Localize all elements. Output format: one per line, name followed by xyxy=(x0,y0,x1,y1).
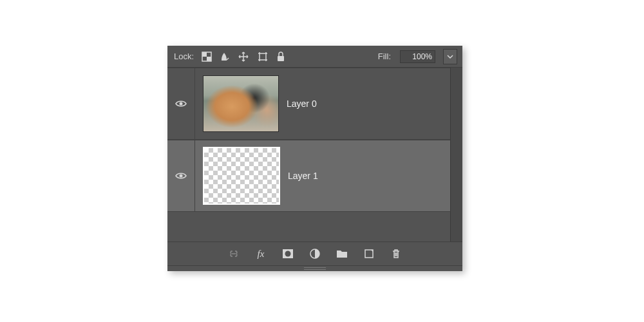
link-icon xyxy=(227,249,240,258)
visibility-icon xyxy=(175,99,187,108)
mask-icon xyxy=(282,249,294,259)
svg-rect-1 xyxy=(202,52,207,57)
svg-point-8 xyxy=(285,251,291,257)
add-mask-button[interactable] xyxy=(281,247,295,261)
layer-name[interactable]: Layer 0 xyxy=(287,99,317,109)
group-icon xyxy=(336,249,348,259)
layers-panel: Lock: Fill: xyxy=(167,46,462,271)
svg-point-6 xyxy=(180,175,183,178)
layer-actions-bar: fx xyxy=(167,242,462,265)
resize-grip[interactable] xyxy=(167,265,462,271)
transparent-pixels-lock-icon[interactable] xyxy=(202,52,212,62)
layer-list: Layer 0 Layer 1 xyxy=(167,68,462,242)
new-layer-icon xyxy=(364,249,374,259)
layer-style-button[interactable]: fx xyxy=(254,247,268,261)
chevron-down-icon xyxy=(447,53,453,60)
visibility-toggle[interactable] xyxy=(167,68,195,139)
svg-rect-10 xyxy=(365,250,373,258)
fill-label: Fill: xyxy=(378,52,391,61)
fill-dropdown[interactable] xyxy=(443,49,457,64)
delete-layer-button[interactable] xyxy=(389,247,403,261)
scrollbar[interactable] xyxy=(450,68,462,242)
group-button[interactable] xyxy=(335,247,349,261)
svg-rect-4 xyxy=(278,56,284,61)
lock-bar: Lock: Fill: xyxy=(167,46,462,68)
svg-rect-2 xyxy=(207,57,211,61)
lock-icons-group xyxy=(202,51,285,62)
layer-row[interactable]: Layer 0 xyxy=(167,68,462,140)
artboard-lock-icon[interactable] xyxy=(257,51,269,62)
new-layer-button[interactable] xyxy=(362,247,376,261)
layer-name[interactable]: Layer 1 xyxy=(288,171,318,181)
trash-icon xyxy=(392,249,401,259)
visibility-icon xyxy=(175,171,187,180)
link-layers-button[interactable] xyxy=(227,247,241,261)
layer-thumbnail[interactable] xyxy=(203,75,279,132)
fill-input[interactable] xyxy=(400,50,435,63)
lock-label: Lock: xyxy=(174,52,194,61)
svg-point-5 xyxy=(180,102,183,106)
adjustment-layer-button[interactable] xyxy=(308,247,322,261)
visibility-toggle[interactable] xyxy=(167,140,195,211)
svg-rect-3 xyxy=(260,53,266,60)
adjustment-icon xyxy=(310,249,320,259)
image-pixels-lock-icon[interactable] xyxy=(220,52,230,62)
lock-all-icon[interactable] xyxy=(276,52,285,62)
layer-thumbnail[interactable] xyxy=(203,147,280,205)
layer-row[interactable]: Layer 1 xyxy=(167,140,462,212)
position-lock-icon[interactable] xyxy=(238,51,249,62)
